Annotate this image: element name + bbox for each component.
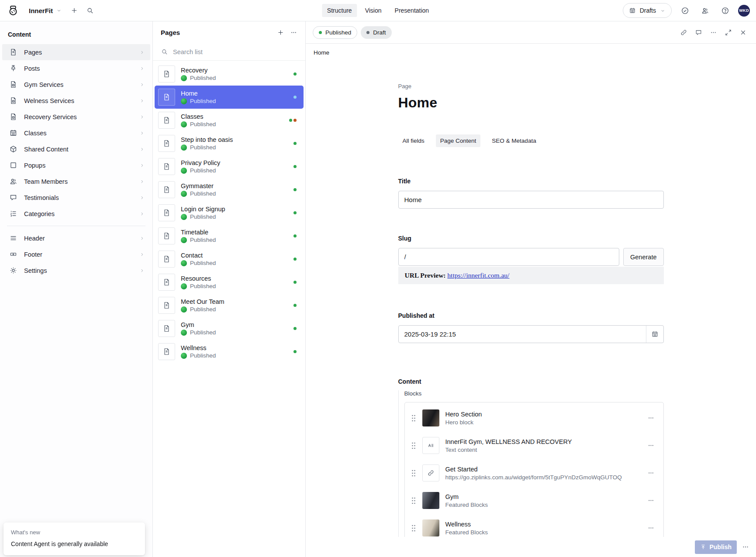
page-change-dots <box>293 96 297 99</box>
sidebar-item[interactable]: Footer <box>2 246 150 262</box>
page-list-item[interactable]: Resources Published <box>155 271 304 294</box>
page-list-item[interactable]: Classes Published <box>155 109 304 132</box>
block-item[interactable]: Get Started https://go.ziplinks.com.au/w… <box>405 459 663 487</box>
block-item[interactable]: Hero Section Hero block <box>405 404 663 432</box>
document-action-button[interactable] <box>677 26 690 38</box>
chevron-right-icon <box>139 179 145 185</box>
page-list-item[interactable]: Meet Our Team Published <box>155 294 304 317</box>
ellipsis-icon <box>647 414 655 422</box>
document-action-button[interactable] <box>707 26 719 38</box>
version-chip[interactable]: Draft <box>361 26 391 39</box>
version-chip[interactable]: Published <box>313 26 357 39</box>
document-actions-menu-button[interactable] <box>740 542 751 552</box>
drag-handle-icon[interactable] <box>411 441 416 450</box>
whats-new-card[interactable]: What's new Content Agent is generally av… <box>3 523 145 555</box>
workspace-tab-label: Presentation <box>395 7 429 14</box>
page-list-item[interactable]: Gymmaster Published <box>155 178 304 201</box>
page-list-item[interactable]: Login or Signup Published <box>155 201 304 224</box>
page-doc-thumb <box>158 320 175 337</box>
generate-slug-button[interactable]: Generate <box>623 248 663 266</box>
document-action-button[interactable] <box>692 26 704 38</box>
workspace-tab[interactable]: Vision <box>360 4 387 17</box>
title-field-input[interactable] <box>398 191 664 209</box>
block-item[interactable]: Gym Featured Blocks <box>405 487 663 514</box>
page-list-item[interactable]: Wellness Published <box>155 340 304 363</box>
tasks-button[interactable] <box>678 3 692 17</box>
published-status-icon <box>181 260 187 266</box>
page-list-item[interactable]: Home Published <box>155 86 304 109</box>
page-list-item[interactable]: Contact Published <box>155 248 304 271</box>
document-action-button[interactable] <box>737 26 749 38</box>
block-menu-button[interactable] <box>645 440 657 452</box>
page-list-item[interactable]: Privacy Policy Published <box>155 155 304 178</box>
block-title: Gym <box>445 493 639 500</box>
document-scroll-area[interactable]: Page Home All fieldsPage ContentSEO & Me… <box>306 61 756 557</box>
sidebar-item[interactable]: Recovery Services <box>2 109 150 125</box>
sidebar-item[interactable]: Shared Content <box>2 141 150 157</box>
page-title: Home <box>181 90 288 97</box>
document-icon <box>162 139 171 148</box>
url-preview-link[interactable]: https://innerfit.com.au/ <box>447 272 509 279</box>
sidebar-item[interactable]: Testimonials <box>2 189 150 206</box>
drag-handle-icon[interactable] <box>411 469 416 478</box>
url-preview: URL Preview: https://innerfit.com.au/ <box>398 267 664 284</box>
help-button[interactable] <box>718 3 732 17</box>
page-list-item[interactable]: Recovery Published <box>155 62 304 86</box>
pages-panel-menu-button[interactable] <box>287 26 300 39</box>
block-menu-button[interactable] <box>645 412 657 424</box>
page-list-item[interactable]: Step into the oasis Published <box>155 132 304 155</box>
slug-field-input[interactable] <box>398 248 620 266</box>
page-list-item[interactable]: Timetable Published <box>155 224 304 248</box>
field-group-tabs: All fieldsPage ContentSEO & Metadata <box>398 134 664 147</box>
sidebar-item[interactable]: Settings <box>2 262 150 278</box>
sidebar-item[interactable]: Gym Services <box>2 76 150 93</box>
pages-search-input[interactable] <box>173 48 297 55</box>
chevron-right-icon <box>139 162 145 168</box>
page-list-item[interactable]: Gym Published <box>155 317 304 340</box>
document-icon <box>162 301 171 309</box>
field-group-tab[interactable]: SEO & Metadata <box>487 134 540 147</box>
new-document-button[interactable] <box>67 3 81 17</box>
sidebar-item[interactable]: Pages <box>2 44 150 60</box>
sidebar-item-label: Team Members <box>24 178 132 185</box>
drafts-label: Drafts <box>640 7 656 14</box>
link-icon <box>427 469 435 477</box>
drag-handle-icon[interactable] <box>411 414 416 423</box>
sidebar-item[interactable]: Popups <box>2 157 150 173</box>
members-button[interactable] <box>698 3 712 17</box>
sidebar-item[interactable]: Team Members <box>2 173 150 189</box>
sidebar-item[interactable]: Header <box>2 230 150 246</box>
published-at-input[interactable] <box>398 325 664 343</box>
search-button[interactable] <box>83 3 97 17</box>
workspace-switcher[interactable]: InnerFit <box>25 4 66 17</box>
date-picker-button[interactable] <box>646 326 663 343</box>
workspace-tab[interactable]: Structure <box>322 4 357 17</box>
drag-handle-icon[interactable] <box>411 524 416 533</box>
page-status: Published <box>181 237 288 243</box>
workspace-tab[interactable]: Presentation <box>390 4 435 17</box>
version-chip-label: Published <box>325 29 351 36</box>
page-status-label: Published <box>190 352 216 359</box>
publish-button[interactable]: Publish <box>695 540 737 554</box>
document-action-button[interactable] <box>722 26 734 38</box>
document-footer: Publish <box>306 537 756 557</box>
sidebar-item-label: Settings <box>24 267 132 274</box>
page-doc-thumb <box>158 297 175 314</box>
sidebar-item[interactable]: Welness Services <box>2 93 150 109</box>
sidebar-item[interactable]: Posts <box>2 60 150 76</box>
workspace-tabs: StructureVisionPresentation <box>322 0 434 21</box>
user-avatar[interactable]: WKD <box>738 5 750 17</box>
releases-drafts-selector[interactable]: Drafts <box>623 3 672 18</box>
ellipsis-icon <box>710 29 717 36</box>
drag-handle-icon[interactable] <box>411 496 416 505</box>
block-menu-button[interactable] <box>645 495 657 507</box>
create-page-button[interactable] <box>274 26 287 39</box>
field-group-tab[interactable]: Page Content <box>436 134 481 147</box>
sidebar-item[interactable]: Categories <box>2 206 150 222</box>
block-item[interactable]: InnerFit Gym, WELLNESS AND RECOVERY Text… <box>405 432 663 459</box>
field-group-tab[interactable]: All fields <box>398 134 429 147</box>
block-menu-button[interactable] <box>645 522 657 534</box>
block-title: Get Started <box>445 466 639 473</box>
sidebar-item[interactable]: Classes <box>2 125 150 141</box>
block-menu-button[interactable] <box>645 467 657 479</box>
